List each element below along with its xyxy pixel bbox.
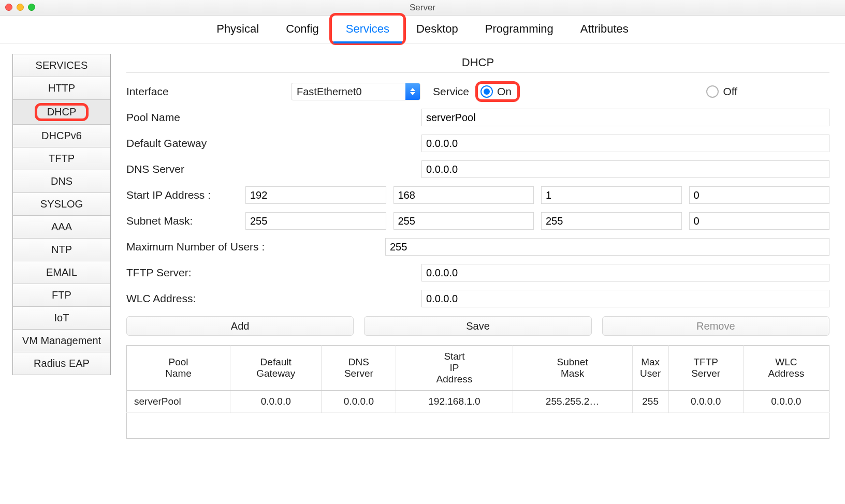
- sidebar-item-radius-eap[interactable]: Radius EAP: [13, 352, 110, 375]
- dhcp-panel: DHCP Interface FastEthernet0 Service On …: [126, 54, 835, 439]
- start-ip-octet-1[interactable]: [245, 186, 386, 204]
- interface-label: Interface: [126, 85, 282, 98]
- radio-on-icon: [480, 85, 493, 98]
- start-ip-octet-3[interactable]: [541, 186, 682, 204]
- col-tftp[interactable]: TFTPServer: [668, 346, 743, 391]
- sidebar-item-tftp[interactable]: TFTP: [13, 147, 110, 170]
- minimize-icon[interactable]: [17, 4, 24, 11]
- service-on-label: On: [497, 85, 512, 98]
- services-sidebar: SERVICES HTTP DHCP DHCPv6 TFTP DNS SYSLO…: [12, 54, 111, 375]
- tab-services[interactable]: Services: [332, 15, 403, 43]
- wlc-address-label: WLC Address:: [126, 292, 421, 305]
- sidebar-item-aaa[interactable]: AAA: [13, 216, 110, 239]
- start-ip-octet-2[interactable]: [394, 186, 534, 204]
- sidebar-item-dhcpv6[interactable]: DHCPv6: [13, 125, 110, 147]
- max-users-label: Maximum Number of Users :: [126, 241, 385, 253]
- window-titlebar: Server: [0, 0, 845, 16]
- sidebar-item-syslog[interactable]: SYSLOG: [13, 193, 110, 216]
- tftp-server-input[interactable]: [421, 264, 829, 281]
- tab-programming[interactable]: Programming: [472, 15, 567, 43]
- wlc-address-input[interactable]: [421, 290, 829, 307]
- radio-off-icon: [706, 85, 719, 98]
- tab-desktop[interactable]: Desktop: [403, 15, 472, 43]
- service-on-option[interactable]: On: [478, 83, 517, 100]
- subnet-octet-3[interactable]: [541, 212, 682, 230]
- cell-wlc: 0.0.0.0: [743, 390, 829, 412]
- action-buttons: Add Save Remove: [126, 316, 829, 336]
- subnet-octet-1[interactable]: [245, 212, 386, 230]
- save-button[interactable]: Save: [364, 316, 591, 336]
- sidebar-item-http[interactable]: HTTP: [13, 77, 110, 100]
- panel-title: DHCP: [126, 54, 829, 73]
- window-controls: [5, 4, 35, 11]
- col-start-ip[interactable]: StartIPAddress: [396, 346, 513, 391]
- interface-select[interactable]: FastEthernet0: [291, 83, 420, 100]
- col-default-gw[interactable]: DefaultGateway: [230, 346, 322, 391]
- service-off-option[interactable]: Off: [706, 85, 737, 98]
- tab-physical[interactable]: Physical: [203, 15, 272, 43]
- dns-server-input[interactable]: [421, 160, 829, 178]
- max-users-input[interactable]: [385, 238, 829, 256]
- tab-config[interactable]: Config: [272, 15, 332, 43]
- sidebar-item-vm[interactable]: VM Management: [13, 330, 110, 352]
- col-subnet[interactable]: SubnetMask: [513, 346, 632, 391]
- remove-button[interactable]: Remove: [602, 316, 829, 336]
- sidebar-item-iot[interactable]: IoT: [13, 307, 110, 330]
- cell-gw: 0.0.0.0: [230, 390, 322, 412]
- dns-server-label: DNS Server: [126, 163, 421, 175]
- close-icon[interactable]: [5, 4, 12, 11]
- subnet-mask-label: Subnet Mask:: [126, 215, 245, 227]
- table-row[interactable]: serverPool 0.0.0.0 0.0.0.0 192.168.1.0 2…: [127, 390, 829, 412]
- sidebar-item-label: DHCP: [47, 106, 77, 117]
- chevron-updown-icon: [405, 83, 420, 100]
- pool-name-label: Pool Name: [126, 111, 421, 124]
- sidebar-header: SERVICES: [13, 54, 110, 77]
- sidebar-item-dns[interactable]: DNS: [13, 170, 110, 193]
- start-ip-octet-4[interactable]: [689, 186, 830, 204]
- col-dns[interactable]: DNSServer: [322, 346, 396, 391]
- interface-value: FastEthernet0: [292, 83, 405, 100]
- default-gateway-label: Default Gateway: [126, 137, 421, 150]
- sidebar-item-email[interactable]: EMAIL: [13, 261, 110, 284]
- cell-start: 192.168.1.0: [396, 390, 513, 412]
- main-tabs: Physical Config Services Desktop Program…: [0, 16, 845, 43]
- col-pool-name[interactable]: PoolName: [127, 346, 230, 391]
- cell-mask: 255.255.2…: [513, 390, 632, 412]
- window-title: Server: [410, 3, 435, 13]
- service-off-label: Off: [723, 85, 737, 98]
- cell-max: 255: [632, 390, 668, 412]
- sidebar-item-dhcp[interactable]: DHCP: [13, 100, 110, 125]
- zoom-icon[interactable]: [28, 4, 35, 11]
- col-max-user[interactable]: MaxUser: [632, 346, 668, 391]
- tftp-server-label: TFTP Server:: [126, 266, 421, 279]
- service-label: Service: [433, 85, 469, 98]
- col-wlc[interactable]: WLCAddress: [743, 346, 829, 391]
- cell-pool: serverPool: [127, 390, 230, 412]
- default-gateway-input[interactable]: [421, 135, 829, 152]
- tab-attributes[interactable]: Attributes: [567, 15, 642, 43]
- sidebar-item-ntp[interactable]: NTP: [13, 239, 110, 261]
- cell-tftp: 0.0.0.0: [668, 390, 743, 412]
- pool-table: PoolName DefaultGateway DNSServer StartI…: [126, 345, 829, 439]
- subnet-octet-2[interactable]: [394, 212, 534, 230]
- table-header-row: PoolName DefaultGateway DNSServer StartI…: [127, 346, 829, 391]
- start-ip-label: Start IP Address :: [126, 189, 245, 201]
- subnet-octet-4[interactable]: [689, 212, 830, 230]
- cell-dns: 0.0.0.0: [322, 390, 396, 412]
- add-button[interactable]: Add: [126, 316, 354, 336]
- sidebar-item-ftp[interactable]: FTP: [13, 284, 110, 307]
- pool-name-input[interactable]: [421, 109, 829, 126]
